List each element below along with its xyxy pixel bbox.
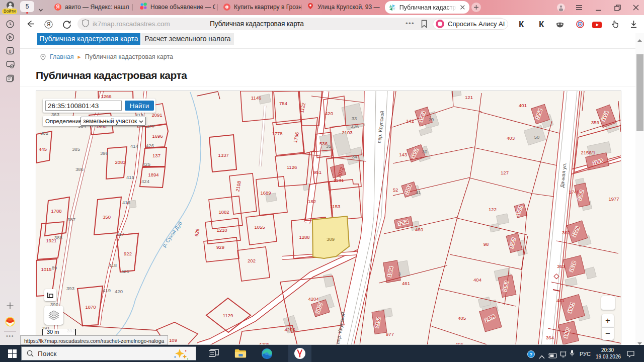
svg-text:421: 421	[121, 268, 129, 274]
svg-text:1870: 1870	[85, 304, 96, 310]
svg-text:350: 350	[103, 214, 111, 220]
svg-text:50: 50	[534, 134, 540, 140]
svg-text:3: 3	[398, 271, 400, 277]
svg-text:109: 109	[169, 337, 177, 343]
svg-text:4205: 4205	[284, 327, 295, 332]
svg-text:460: 460	[415, 227, 423, 232]
svg-text:2103: 2103	[342, 130, 352, 135]
svg-text:1146: 1146	[251, 95, 261, 101]
svg-text:784: 784	[279, 101, 287, 106]
svg-text:33: 33	[352, 116, 357, 121]
svg-text:1153: 1153	[330, 204, 340, 209]
svg-text:1129: 1129	[223, 313, 233, 318]
svg-text:33A: 33A	[351, 123, 360, 129]
svg-text:441: 441	[556, 298, 565, 303]
svg-text:1210: 1210	[216, 227, 227, 233]
svg-text:951: 951	[313, 169, 321, 175]
svg-text:127: 127	[501, 170, 509, 175]
svg-text:417: 417	[116, 231, 124, 237]
svg-text:2156/1: 2156/1	[581, 150, 595, 155]
svg-text:1689: 1689	[260, 190, 271, 196]
svg-text:1788: 1788	[51, 208, 61, 214]
svg-text:426: 426	[146, 143, 154, 148]
svg-text:1894: 1894	[148, 172, 158, 177]
svg-text:52: 52	[393, 187, 398, 193]
svg-text:89: 89	[52, 265, 57, 270]
svg-text:30: 30	[422, 149, 428, 154]
svg-text:427: 427	[146, 124, 154, 129]
svg-text:1778: 1778	[272, 131, 282, 136]
svg-text:977: 977	[386, 331, 394, 337]
svg-text:418: 418	[109, 262, 117, 268]
svg-text:445: 445	[39, 146, 47, 152]
svg-text:4206: 4206	[259, 341, 269, 345]
svg-text:1288: 1288	[299, 234, 309, 240]
svg-text:922: 922	[124, 251, 132, 256]
svg-text:1696: 1696	[152, 133, 163, 139]
svg-text:1055: 1055	[254, 224, 265, 230]
svg-text:202: 202	[248, 258, 256, 263]
svg-text:403: 403	[507, 135, 515, 141]
svg-text:Я: Я	[47, 21, 51, 27]
svg-text:29: 29	[429, 117, 434, 122]
svg-text:401: 401	[519, 103, 527, 108]
svg-text:4204: 4204	[308, 296, 318, 302]
svg-text:1337: 1337	[218, 152, 228, 158]
svg-text:414: 414	[130, 143, 138, 149]
svg-text:35: 35	[326, 143, 332, 149]
svg-text:2083: 2083	[115, 159, 125, 165]
svg-text:929: 929	[216, 244, 224, 250]
svg-text:362: 362	[40, 130, 48, 136]
svg-text:404: 404	[473, 277, 481, 283]
svg-text:122: 122	[489, 207, 497, 212]
svg-text:420: 420	[115, 289, 123, 294]
svg-text:1882: 1882	[218, 209, 229, 215]
svg-text:К: К	[519, 20, 524, 28]
svg-text:34: 34	[352, 154, 358, 159]
svg-text:389: 389	[327, 236, 335, 242]
svg-text:398: 398	[100, 150, 108, 156]
svg-text:359: 359	[591, 120, 599, 125]
svg-text:1126: 1126	[287, 164, 297, 170]
svg-text:364: 364	[546, 335, 554, 340]
svg-text:405: 405	[458, 315, 466, 321]
svg-text:393: 393	[66, 286, 74, 291]
svg-text:386: 386	[75, 166, 84, 172]
svg-text:388: 388	[54, 235, 62, 240]
svg-text:К: К	[539, 20, 544, 28]
svg-text:8: 8	[9, 49, 11, 54]
svg-text:143: 143	[399, 152, 407, 157]
svg-text:416: 416	[122, 200, 130, 205]
svg-text:182: 182	[308, 199, 316, 204]
svg-text:142: 142	[406, 118, 414, 124]
svg-text:?: ?	[530, 351, 533, 357]
svg-text:98: 98	[484, 241, 489, 247]
svg-text:420: 420	[325, 111, 333, 116]
svg-text:363: 363	[557, 263, 565, 269]
svg-text:424: 424	[141, 178, 149, 184]
svg-text:2091: 2091	[151, 112, 162, 118]
svg-text:419: 419	[103, 288, 111, 293]
svg-text:387: 387	[67, 217, 75, 222]
svg-text:1131: 1131	[334, 177, 344, 183]
svg-text:137: 137	[152, 153, 160, 158]
svg-text:362: 362	[562, 230, 570, 235]
svg-text:121: 121	[465, 95, 473, 100]
svg-text:406: 406	[455, 341, 463, 345]
svg-text:41: 41	[416, 190, 421, 195]
svg-text:1015: 1015	[41, 266, 51, 272]
svg-text:425: 425	[142, 161, 150, 167]
svg-text:1977: 1977	[608, 196, 619, 202]
svg-text:461: 461	[402, 281, 410, 286]
svg-text:415: 415	[126, 174, 134, 180]
svg-text:385: 385	[72, 146, 80, 152]
